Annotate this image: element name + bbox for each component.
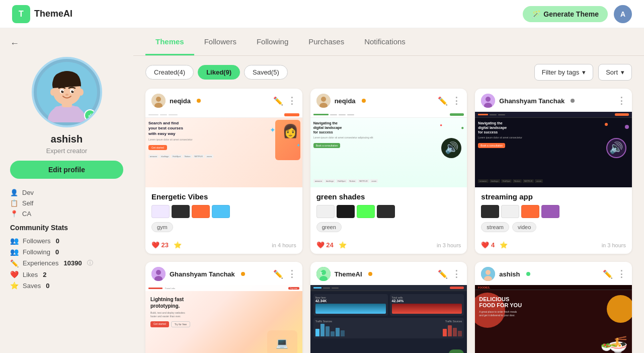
card-username: ashish	[499, 270, 520, 278]
saves-value: 0	[46, 282, 49, 290]
saves-label: Saves	[23, 282, 41, 290]
theme-card-software-testing: Ghanshyam Tanchak ✏️ ⋮ Fama Labs Try now	[145, 262, 302, 353]
swatch	[192, 205, 210, 218]
tab-followers[interactable]: Followers	[194, 28, 247, 55]
card-header: Ghanshyam Tanchak ✏️ ⋮	[145, 262, 302, 285]
stat-followers: 👥 Followers 0	[10, 237, 123, 245]
online-indicator	[526, 272, 530, 276]
tab-purchases[interactable]: Purchases	[298, 28, 354, 55]
meta-dev: 👤 Dev	[10, 189, 123, 196]
theme-card-streaming-app: Ghanshyam Tanchak ⋮	[475, 89, 632, 254]
experiences-value: 10390	[64, 259, 82, 267]
online-indicator	[197, 99, 201, 103]
card-avatar	[481, 267, 495, 281]
clipboard-icon: 📋	[10, 199, 18, 207]
stat-experiences: ✏️ Experiences 10390 ⓘ	[10, 259, 123, 267]
profile-name: ashish	[51, 133, 83, 145]
info-icon: ⓘ	[87, 259, 93, 267]
meta-self-value: Self	[22, 199, 33, 207]
more-icon[interactable]: ⋮	[617, 95, 626, 106]
edit-icon[interactable]: ✏️	[603, 269, 613, 279]
card-user: Ghanshyam Tanchak	[481, 94, 575, 108]
logo: T ThemeAI	[12, 5, 72, 23]
edit-icon[interactable]: ✏️	[438, 269, 448, 279]
profile-role: Expert creator	[46, 147, 88, 155]
likes-count: ❤️ 4	[481, 241, 495, 249]
more-icon[interactable]: ⋮	[287, 95, 296, 106]
tag: stream	[481, 222, 509, 232]
theme-card-food-site: ashish ✏️ ⋮ FOODIES.	[475, 262, 632, 353]
card-body: green shades green	[310, 187, 467, 241]
filter-right: Filter by tags ▾ Sort ▾	[534, 64, 632, 81]
card-time: in 3 hours	[437, 242, 461, 248]
card-title: streaming app	[481, 192, 626, 201]
filter-created-button[interactable]: Created(4)	[145, 65, 194, 80]
app-name: ThemeAI	[34, 9, 72, 19]
color-swatches	[151, 205, 296, 218]
chevron-down-icon: ▾	[582, 68, 586, 76]
filter-liked-button[interactable]: Liked(9)	[198, 65, 240, 80]
card-actions: ✏️ ⋮	[438, 268, 461, 279]
online-indicator	[368, 272, 372, 276]
swatch	[541, 205, 559, 218]
online-indicator	[571, 99, 575, 103]
sort-label: Sort	[606, 68, 618, 76]
card-preview: FOODIES. DELICIOUSFOOD FOR YOU A great p…	[475, 285, 632, 353]
generate-theme-button[interactable]: 🪄 Generate Theme	[523, 6, 608, 22]
saves-icon: ⭐	[10, 281, 19, 290]
sort-button[interactable]: Sort ▾	[598, 64, 632, 81]
themes-grid: neqida ✏️ ⋮	[133, 89, 644, 353]
more-icon[interactable]: ⋮	[452, 268, 461, 279]
swatch	[501, 205, 519, 218]
card-footer: ❤️ 4 ⭐ in 3 hours	[475, 241, 632, 254]
tab-following[interactable]: Following	[247, 28, 298, 55]
card-preview: Fama Labs Try now Lightning fastprototyp…	[145, 285, 302, 353]
back-button[interactable]: ←	[10, 38, 19, 49]
tag: video	[512, 222, 536, 232]
filter-tags-label: Filter by tags	[542, 68, 579, 76]
online-indicator	[362, 99, 366, 103]
card-footer: ❤️ 23 ⭐ in 4 hours	[145, 241, 302, 254]
tab-themes[interactable]: Themes	[145, 28, 194, 55]
filter-bar: Created(4) Liked(9) Saved(5) Filter by t…	[133, 56, 644, 89]
card-avatar	[151, 94, 166, 108]
card-time: in 4 hours	[272, 242, 296, 248]
tag: gym	[151, 222, 173, 232]
card-title: green shades	[316, 192, 461, 201]
card-header: T ThemeAI ✏️ ⋮	[310, 262, 467, 285]
generate-btn-label: Generate Theme	[543, 10, 599, 18]
swatch	[316, 205, 335, 218]
more-icon[interactable]: ⋮	[617, 268, 626, 279]
stat-saves: ⭐ Saves 0	[10, 281, 123, 290]
more-icon[interactable]: ⋮	[287, 268, 296, 279]
card-actions: ⋮	[617, 95, 626, 106]
followers-value: 0	[56, 237, 59, 245]
swatch	[521, 205, 539, 218]
likes-count: ❤️ 24	[316, 241, 334, 249]
community-stats-title: Community Stats	[10, 224, 123, 232]
tab-notifications[interactable]: Notifications	[354, 28, 416, 55]
card-header: neqida ✏️ ⋮	[145, 89, 302, 112]
header: T ThemeAI 🪄 Generate Theme A	[0, 0, 644, 28]
verified-badge: ✓	[84, 109, 96, 121]
online-indicator	[241, 272, 245, 276]
edit-icon[interactable]: ✏️	[438, 96, 448, 106]
swatch	[377, 205, 395, 218]
main-layout: ←	[0, 28, 644, 353]
profile-section: ✓ ashish Expert creator Edit profile	[10, 57, 123, 179]
more-icon[interactable]: ⋮	[452, 95, 461, 106]
card-preview: Search and findyour best courseswith eas…	[145, 112, 302, 187]
card-actions: ✏️ ⋮	[273, 268, 296, 279]
edit-icon[interactable]: ✏️	[273, 269, 283, 279]
stat-following: 👥 Following 0	[10, 248, 123, 256]
filter-by-tags-button[interactable]: Filter by tags ▾	[534, 64, 593, 81]
filter-saved-button[interactable]: Saved(5)	[244, 65, 288, 80]
swatch	[357, 205, 375, 218]
edit-icon[interactable]: ✏️	[273, 96, 283, 106]
color-swatches	[316, 205, 461, 218]
profile-avatar: ✓	[32, 57, 102, 127]
meta-self: 📋 Self	[10, 199, 123, 207]
card-stats: ❤️ 4 ⭐	[481, 241, 508, 249]
user-avatar[interactable]: A	[614, 5, 632, 23]
edit-profile-button[interactable]: Edit profile	[10, 161, 123, 179]
